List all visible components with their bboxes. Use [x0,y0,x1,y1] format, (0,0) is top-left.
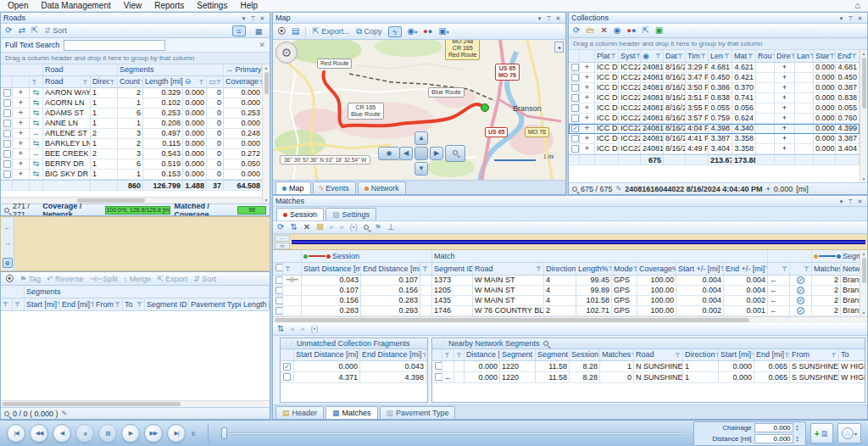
dropdown-icon[interactable]: ▾ [239,14,248,23]
segments-group[interactable]: Segments [118,64,224,75]
locate-icon[interactable]: + [19,170,23,178]
pin-icon[interactable]: ⊢ [248,14,258,23]
session-timeline[interactable]: ← ▭ [273,234,867,250]
col-start-tolerance[interactable]: Start +/- [mi] [676,263,724,275]
row-checkbox[interactable] [3,130,11,137]
verified-icon[interactable]: ✓ [797,287,804,294]
row-checkbox[interactable] [283,373,291,381]
export-button[interactable]: ⇱ Export [157,275,187,283]
col-matches[interactable]: Matches [812,263,841,275]
map-canvas[interactable]: ⚙ ◂ MO 248CR 165Red Route Red Route CR 1… [273,40,565,180]
close-icon[interactable]: ✕ [855,197,865,206]
prev-arrow-icon[interactable]: ← [3,222,13,232]
locate-icon[interactable]: + [19,149,23,158]
menu-open[interactable]: Open [8,1,28,10]
col-matches[interactable]: Matches [600,349,634,360]
visibility-dropdown[interactable]: ◉▾ [408,27,418,36]
split-button[interactable]: ⊣⊢Split [90,275,118,283]
unmatched-row[interactable]: ✓ 0.000 0.043 [281,361,427,372]
row-checkbox[interactable] [3,140,11,148]
row-checkbox[interactable] [3,109,11,117]
road-row[interactable]: + ⇆ BARKLEY LN 1 2 0.115 0.000 0 0.000 [1,139,262,149]
collection-row[interactable]: + ICC Dri ICC22 240816 8/16/20 3:47 PM 0… [569,73,860,83]
next-fragment-icon[interactable]: » [300,325,304,333]
position-slider[interactable] [218,424,689,443]
tag-button[interactable]: ⚑ Tag [19,275,41,283]
col-length-pct[interactable]: Length% [576,263,612,275]
legend-icon[interactable]: ▤ [292,27,299,36]
tab-header[interactable]: ▤Header [275,406,324,419]
slider-handle[interactable] [221,427,227,439]
col-end-tolerance[interactable]: End +/- [mi] [724,263,768,275]
next-match-icon[interactable]: » [340,223,344,231]
row-checkbox[interactable]: ✓ [571,125,579,132]
refresh-icon[interactable]: ⟳ [5,26,12,35]
col-lane[interactable]: Lan [795,50,814,62]
roads-vscrollbar[interactable]: ▲▼ [262,64,270,203]
row-checkbox[interactable] [435,373,442,381]
tab-session[interactable]: Session [276,208,324,220]
map-settings-gear-icon[interactable]: ⚙ [275,42,298,64]
col-road[interactable]: Road [43,76,91,87]
tab-pavement-type[interactable]: ▥Pavement Type [380,406,456,419]
col-date[interactable]: Dat [664,50,686,62]
collections-panel-titlebar[interactable]: Collections ▾ ⊢ ✕ [569,13,867,24]
map-copy-button[interactable]: ⧉ Copy [356,27,382,36]
filter-icon[interactable] [3,302,8,307]
refresh-icon[interactable]: ⟳ [573,26,580,35]
col-mode[interactable]: Mode [612,263,637,275]
filter-icon[interactable] [31,80,37,85]
skip-end-button[interactable]: ▶| [167,424,186,443]
match-row[interactable]: 0.156 0.283 1435 W MAIN ST 4 101.58 GPS … [273,296,860,306]
select-all-checkbox[interactable] [275,264,283,271]
search-icon[interactable] [364,223,369,231]
matches-panel-titlebar[interactable]: Matches ▾ ⊢ ✕ [273,196,867,207]
col-segment-id[interactable]: Segment ID [432,263,473,275]
row-checkbox[interactable] [3,150,11,158]
collection-row[interactable]: + ICC Dri ICC22 240816 8/16/20 4:49 PM 3… [569,144,860,154]
match-group[interactable]: Match [432,250,768,262]
row-checkbox[interactable]: ✓ [283,363,291,371]
recenter-icon[interactable]: (•) [350,223,358,231]
col-pavement-type[interactable]: Pavement Type [189,298,242,310]
road-row[interactable]: + ↔ ARLENE ST 2 3 0.497 0.000 0 0.248 10 [1,129,262,139]
tree-view-toggle[interactable]: ≡ [232,25,246,36]
close-icon[interactable]: ✕ [855,14,865,23]
map-export-button[interactable]: ⇱ Export... [312,27,349,36]
fast-forward-button[interactable]: ▶▶ [144,424,163,443]
filter-icon[interactable] [444,353,450,358]
nearby-segments-titlebar[interactable]: ⋮⋮ Nearby Network Segments [432,338,865,349]
auto-scroll-toggle[interactable]: ⊕ [3,258,13,268]
next-arrow-icon[interactable]: → [3,237,13,248]
row-checkbox[interactable] [3,89,11,97]
pin-icon[interactable]: ⊢ [544,14,554,23]
col-length[interactable]: Length [mi] [143,76,183,87]
col-end-distance[interactable]: End Distance [mi] [361,263,420,275]
distance-input[interactable] [754,434,793,443]
row-checkbox[interactable] [571,104,579,112]
menu-help[interactable]: Help [240,1,258,10]
tab-settings[interactable]: ▨Settings [326,208,376,220]
col-segment[interactable]: Segment [536,349,570,360]
refresh-icon[interactable]: ⟳ [277,223,284,231]
live-tracking-toggle[interactable]: ϟ [388,26,402,37]
row-checkbox[interactable] [571,135,579,142]
col-road[interactable]: Road [634,349,683,360]
collection-row[interactable]: + ICC Dri ICC22 240816 8/16/20 3:55 PM 0… [569,103,860,114]
col-pill[interactable]: ▭ [207,76,224,87]
timeline-bar[interactable] [292,240,865,244]
locate-icon[interactable]: + [19,159,23,168]
col-end[interactable]: End [836,50,860,62]
dropdown-icon[interactable]: ▾ [837,197,846,206]
col-start[interactable]: Star [814,50,836,62]
pin-icon[interactable]: ⊢ [846,14,855,23]
segments-empty-body[interactable] [1,311,270,400]
export-icon[interactable]: ⇱ [31,26,38,35]
locate-icon[interactable]: + [585,134,589,142]
match-row[interactable]: 0.107 0.156 1205 W MAIN ST 4 99.89 GPS 1… [273,286,860,296]
follow-toggle-icon[interactable]: ⦿ [277,27,286,36]
filter-icon[interactable] [422,266,428,271]
row-checkbox[interactable] [3,99,11,107]
sort-button[interactable]: ⇵ Sort [44,26,67,35]
filter-icon[interactable] [285,266,291,271]
